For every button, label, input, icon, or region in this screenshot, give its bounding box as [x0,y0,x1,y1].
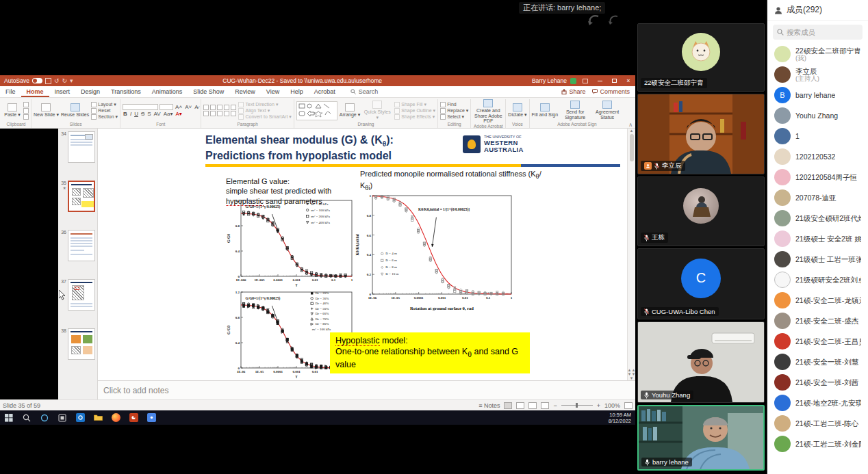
member-list-item[interactable]: 21硕-安全二班-王昌昊 [767,331,868,352]
video-tile-3[interactable]: 王栋 [637,176,765,246]
ribbon-display-button[interactable] [580,76,591,85]
zoom-out-button[interactable]: − [553,402,557,409]
shrink-font-icon[interactable]: A˅ [184,104,192,110]
bold-button[interactable]: B [123,111,128,117]
autosave-toggle[interactable] [32,78,42,83]
video-tile-4[interactable]: C CUG-UWA-Libo Chen [637,248,765,319]
shape-effects-button[interactable]: Shape Effects ▾ [394,114,435,120]
slide-thumbnail-35-selected[interactable]: 35★ [60,181,96,212]
slide-thumbnail-preview[interactable] [68,230,95,261]
find-button[interactable]: Find [440,102,468,107]
scroll-up-icon[interactable]: ▲ [630,129,634,133]
shape-outline-button[interactable]: Shape Outline ▾ [394,108,435,114]
slide-title[interactable]: Elemental shear modulus (G) & (Kθ): Pred… [205,133,394,163]
member-list-item[interactable]: 21硕-安全一班-刘慧 [767,352,868,372]
cut-icon[interactable] [23,102,29,107]
ribbon-tab[interactable]: Transitions [105,87,146,97]
save-icon[interactable] [45,78,51,84]
italic-button[interactable]: I [129,111,132,117]
increase-indent-icon[interactable] [224,105,229,110]
highlight-box[interactable]: Hypoplastic model: One-to-one relationsh… [330,332,530,373]
undo-arrow-icon[interactable] [586,14,601,26]
zoom-level[interactable]: 100% [604,402,620,409]
ribbon-tab[interactable]: Slide Show [188,87,229,97]
align-center-icon[interactable] [210,111,216,116]
maximize-button[interactable] [609,76,620,85]
outlook-app-icon[interactable] [71,410,89,425]
firefox-app-icon[interactable] [107,410,125,425]
quick-styles-button[interactable]: Quick Styles ▾ [362,101,392,120]
change-case-icon[interactable]: Aa▾ [163,111,174,117]
align-right-icon[interactable] [217,111,222,116]
member-list-item[interactable]: 1202120584周子恒 [767,167,868,187]
slide-thumbnail-34[interactable]: 34 [60,131,96,163]
member-list-item[interactable]: 21级硕研安全2班刘卓 [767,269,868,290]
send-for-signature-button[interactable]: Send for Signature [560,101,590,120]
replace-button[interactable]: Replace ▾ [440,108,468,114]
cortana-button[interactable] [36,410,53,425]
shape-fill-button[interactable]: Shape Fill ▾ [394,102,435,107]
member-list-item[interactable]: 21级安全硕研2班代烨 [767,208,868,228]
slide-scrollbar[interactable]: ▲ ▲▲ ▼▼ ▼ [627,129,635,380]
member-list-item[interactable]: 21硕-工岩二班-陈心 [767,413,868,434]
member-list-item[interactable]: 21硕-地空2班-尤安琪 [767,393,868,413]
video-tile-6-active-speaker[interactable]: barry lehane [637,405,765,471]
slide-thumbnail-preview[interactable] [68,131,95,163]
video-tile-2[interactable]: 李立辰 [637,94,765,174]
member-list-item[interactable]: Youhu Zhang [767,105,868,126]
arrange-button[interactable]: Arrange ▾ [340,103,360,118]
ribbon-tab[interactable]: Acrobat [309,87,341,97]
dictate-button[interactable]: Dictate ▾ [508,103,526,118]
reuse-slides-button[interactable]: Reuse Slides [61,103,89,118]
reset-button[interactable]: Reset [91,108,118,114]
fill-and-sign-button[interactable]: Fill and Sign [532,103,559,118]
share-button[interactable]: Share [561,88,585,95]
agreement-status-button[interactable]: Agreement Status [592,101,622,120]
underline-button[interactable]: U [133,111,139,117]
member-list-item[interactable]: 21硕-工岩二班-刘金阳 [767,434,868,454]
slide-thumbnail-36[interactable]: 36 [60,230,96,261]
ribbon-tab[interactable]: Home [21,87,49,97]
font-color-icon[interactable]: A▾ [175,111,182,117]
member-list-item[interactable]: 21级硕士 工岩一班张依杰 [767,249,868,269]
member-list-item[interactable]: 1202120532 [767,146,868,167]
member-list-item[interactable]: 22硕安全二班邵宁胄 (我) [767,44,868,64]
slide-thumbnail-38[interactable]: 38 [60,328,96,360]
section-button[interactable]: Section ▾ [91,114,118,120]
member-list-item[interactable]: B barry lehane [767,85,868,105]
clear-format-icon[interactable]: A̷ [194,104,199,110]
ribbon-tab[interactable]: View [261,87,285,97]
align-text-button[interactable]: Align Text ▾ [238,108,291,114]
collapse-ribbon-icon[interactable]: ∧ [626,122,635,128]
format-painter-icon[interactable] [23,114,29,120]
meeting-app-icon[interactable] [142,410,160,425]
create-share-pdf-button[interactable]: Create and Share Adobe PDF [473,99,503,124]
slide-thumbnail-panel[interactable]: 34 35★ [58,129,98,399]
normal-view-icon[interactable] [504,402,512,409]
close-button[interactable]: × [623,76,634,85]
font-name-box[interactable] [123,104,158,110]
member-list-item[interactable]: 207078-迪亚 [767,187,868,208]
task-view-button[interactable] [53,410,71,425]
shapes-gallery[interactable] [296,101,337,120]
taskbar-search-button[interactable] [18,410,36,425]
paste-button[interactable]: Paste ▾ [3,103,21,118]
font-size-box[interactable] [159,104,173,110]
member-list-item[interactable]: 李立辰 (主持人) [767,64,868,85]
search-box[interactable]: Search [350,88,379,97]
undo-icon[interactable]: ↺ [54,78,60,84]
account-name[interactable]: Barry Lehane [532,77,567,84]
file-explorer-app-icon[interactable] [89,410,107,425]
ribbon-tab[interactable]: Insert [49,87,76,97]
ribbon-tab[interactable]: Design [75,87,105,97]
member-list-item[interactable]: 21硕-安全二班-龙镇元 [767,290,868,311]
smartart-button[interactable]: Convert to SmartArt ▾ [238,114,291,120]
notes-toggle-button[interactable]: ≡ Notes [478,402,500,409]
notes-pane[interactable]: Click to add notes [98,380,635,399]
current-slide[interactable]: Elemental shear modulus (G) & (Kθ): Pred… [98,129,635,380]
reading-view-icon[interactable] [528,402,537,409]
ribbon-tab[interactable]: Animations [146,87,188,97]
char-spacing-icon[interactable]: AV [153,111,162,117]
quick-access-toolbar[interactable]: AutoSave ↺ ↻ ▾ [4,77,73,84]
slide-sorter-view-icon[interactable] [516,402,524,409]
